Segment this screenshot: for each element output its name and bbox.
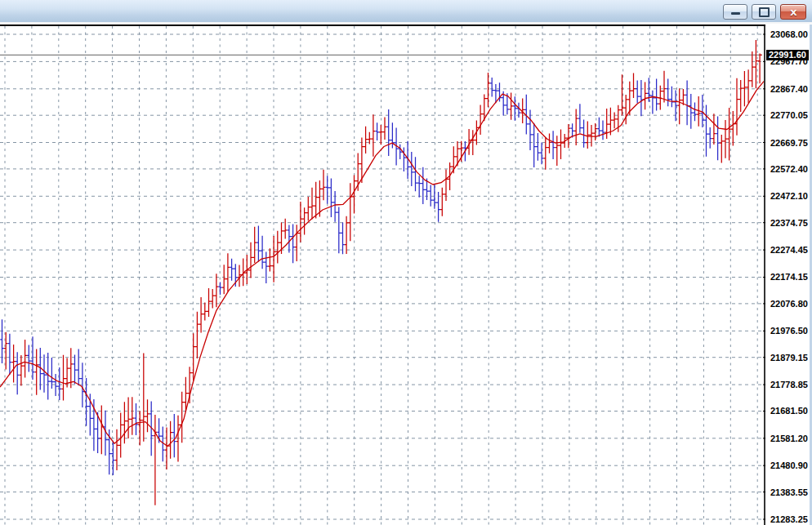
- axis-price-label: 21681.50: [770, 406, 808, 416]
- axis-price-label: 22174.15: [770, 272, 808, 282]
- axis-price-label: 22669.75: [770, 138, 808, 148]
- axis-price-label: 21879.15: [770, 353, 808, 363]
- window-controls: x: [723, 4, 806, 20]
- ohlc-bars-up: [4, 40, 762, 505]
- minimize-button[interactable]: [723, 4, 747, 20]
- close-button[interactable]: x: [780, 4, 806, 20]
- minimize-icon: [731, 12, 740, 15]
- close-icon: x: [790, 7, 796, 17]
- moving-average-line: [0, 82, 764, 447]
- price-scale[interactable]: 22991.60 23068.0022967.7022867.4022770.0…: [765, 24, 812, 525]
- axis-price-label: 22076.80: [770, 299, 808, 309]
- title-bar: [0, 0, 812, 23]
- axis-price-label: 21480.90: [770, 460, 808, 470]
- axis-price-label: 21976.50: [770, 326, 808, 336]
- axis-price-label: 22472.10: [770, 191, 808, 201]
- axis-price-label: 21383.55: [770, 487, 808, 497]
- axis-price-label: 21283.25: [770, 514, 808, 524]
- axis-price-label: 22572.40: [770, 164, 808, 174]
- restore-button[interactable]: [752, 4, 776, 20]
- axis-price-label: 22374.75: [770, 218, 808, 228]
- axis-price-label: 21778.85: [770, 380, 808, 389]
- axis-price-label: 22967.70: [770, 56, 808, 66]
- axis-price-label: 22867.40: [770, 84, 808, 94]
- axis-price-label: 21581.20: [770, 434, 808, 443]
- axis-price-label: 22274.45: [770, 245, 808, 255]
- price-chart-canvas[interactable]: [0, 24, 812, 525]
- axis-price-label: 23068.00: [770, 29, 808, 39]
- axis-price-label: 22770.05: [770, 110, 808, 120]
- ohlc-bars-down: [0, 78, 720, 475]
- restore-icon: [759, 7, 770, 17]
